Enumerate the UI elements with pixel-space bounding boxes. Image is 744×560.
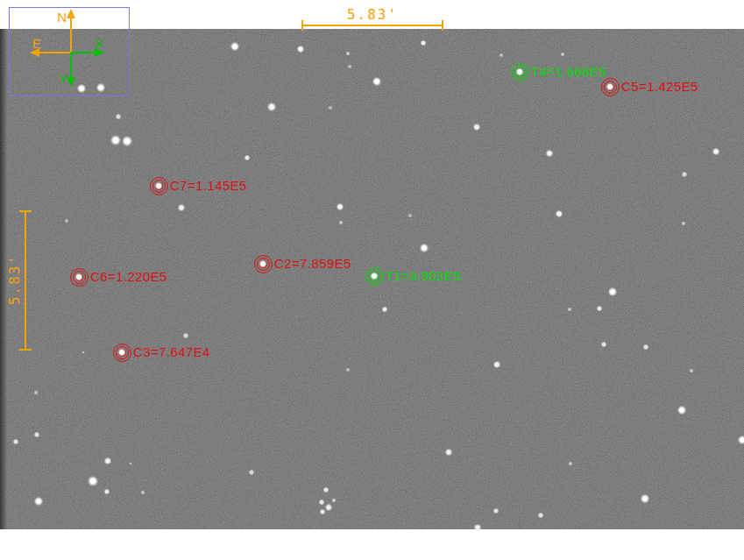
image-left-edge (0, 29, 7, 529)
aperture-label: C5=1.425E5 (621, 79, 698, 94)
aperture-label: C6=1.220E5 (90, 269, 167, 284)
top-scalebar-label: 5.83' (301, 6, 443, 23)
aperture-center-star (259, 260, 266, 267)
north-arrowhead-icon (67, 9, 75, 18)
top-scalebar-line (301, 25, 443, 26)
aperture-center-star (155, 182, 162, 189)
aperture-center-star (118, 349, 125, 356)
aperture-label: C7=1.145E5 (170, 178, 247, 193)
aperture-label: T4=1.666E5 (531, 64, 606, 79)
aperture-center-star (606, 83, 613, 90)
aperture-center-star (75, 273, 82, 280)
aperture-center-star (516, 68, 523, 75)
astro-image-viewer: T4=1.666E5C5=1.425E5C7=1.145E5C2=7.859E5… (0, 0, 744, 560)
aperture-label: T1=3.902E5 (386, 268, 461, 283)
north-label: N (57, 10, 67, 25)
aperture-center-star (371, 273, 378, 280)
aperture-label: C3=7.647E4 (133, 344, 210, 359)
aperture-label: C2=7.859E5 (274, 256, 351, 271)
